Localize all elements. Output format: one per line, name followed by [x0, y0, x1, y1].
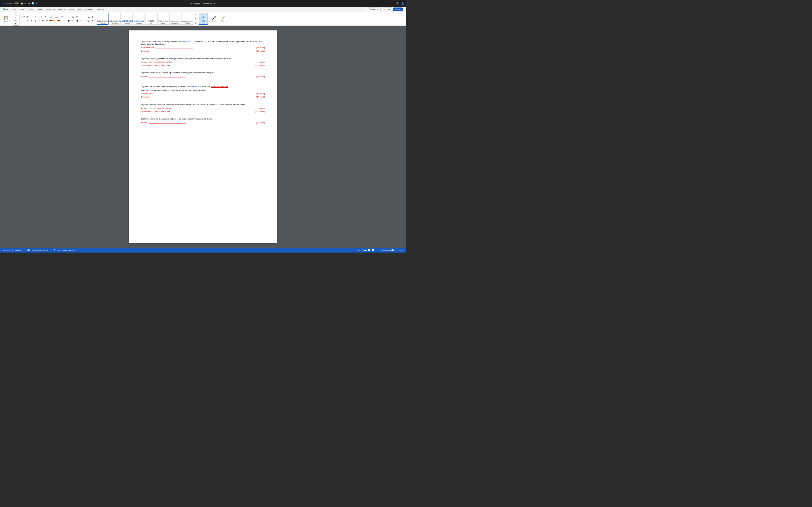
decrease-indent-button[interactable]: ←≡: [79, 15, 83, 18]
bold-button[interactable]: B: [26, 19, 29, 22]
more-styles-button[interactable]: ▲ ▼ ⊞: [193, 13, 198, 24]
focus-button[interactable]: Focus: [357, 249, 361, 251]
multilevel-list-button[interactable]: ⊟: [75, 15, 79, 18]
question-1b: 1b) Does it specify penalties for making…: [141, 57, 265, 60]
style-heading2[interactable]: AaBbCcDdE Heading 2: [133, 13, 145, 24]
mark-2b-words: (2 marks): [257, 107, 265, 110]
align-center-button[interactable]: ≡≡: [71, 19, 75, 22]
status-bar-right: Focus ▬ 📖 📄 − + 128%: [357, 249, 404, 251]
spelling-check-icon[interactable]: 📖: [27, 249, 30, 251]
font-size-selector[interactable]: 16 ▼: [38, 16, 43, 18]
language: English (United States): [32, 249, 48, 251]
tab-references[interactable]: References: [44, 7, 57, 11]
style-heading1[interactable]: AaBbCcDd Heading 1: [121, 13, 133, 24]
section-2c: 2c) Do you consider the statement above …: [141, 118, 265, 124]
show-formatting-button[interactable]: ¶: [91, 15, 94, 18]
save-icon[interactable]: 💾: [32, 2, 34, 5]
dictate-button[interactable]: 🎤 Dictate: [210, 13, 218, 24]
strikethrough-button[interactable]: S: [38, 19, 41, 22]
document-page[interactable]: 1a) Find and read the license agreement …: [129, 31, 277, 243]
sort-button[interactable]: ↕A: [87, 15, 90, 18]
mark-2b-screenshot: (1.5 marks): [255, 110, 265, 113]
copy-button[interactable]: ⎘Copy: [13, 16, 18, 21]
tab-draw[interactable]: Draw: [18, 7, 26, 11]
tab-view[interactable]: View: [76, 7, 84, 11]
shading-button[interactable]: 🔲: [87, 19, 90, 22]
section-1a: 1a) Find and read the license agreement …: [141, 40, 265, 52]
borders-button[interactable]: ⊞: [91, 19, 94, 22]
status-bar: Page 1 of 1 188 words 📖 English (United …: [0, 248, 406, 252]
bullets-button[interactable]: ≡•: [67, 15, 71, 18]
editor-button[interactable]: 📝 Editor: [218, 13, 227, 24]
view-print-icon[interactable]: 📄: [372, 249, 374, 251]
numbering-button[interactable]: 1.: [71, 15, 75, 18]
home-icon[interactable]: 🏠: [20, 2, 23, 5]
tab-home[interactable]: Home: [1, 7, 10, 11]
answer-2b-words: Answer: USE YOUR WON WORDS______________…: [141, 107, 265, 110]
style-emphasis[interactable]: AaBbCcDdEe Emphasis: [182, 13, 193, 24]
style-normal[interactable]: AaBbCcDdEe Normal: [97, 13, 108, 24]
zoom-slider[interactable]: [380, 249, 395, 250]
mark-2a-describe: (0.5 mark): [256, 96, 265, 98]
decrease-font-size[interactable]: A↓: [49, 15, 54, 18]
comments-button[interactable]: 💬 Comments: [367, 7, 380, 11]
tab-insert[interactable]: Insert: [10, 7, 18, 11]
superscript-button[interactable]: x²: [45, 19, 49, 22]
zoom-level: 128%: [399, 249, 404, 251]
answer-1b-screenshot: Screenshot to support your answer: (1.5 …: [141, 64, 265, 67]
styles-pane-button[interactable]: 𝔸 StylesPane: [199, 13, 208, 24]
underline-button[interactable]: U: [34, 19, 37, 22]
link-videos[interactable]: videos or audio files: [211, 86, 228, 88]
link-software-product[interactable]: software product: [180, 40, 195, 43]
zoom-out-button[interactable]: −: [378, 249, 379, 251]
style-no-spacing[interactable]: AaBbCcDdEe No Spacing: [109, 13, 120, 24]
styles-list: AaBbCcDdEe Normal AaBbCcDdEe No Spacing …: [97, 13, 198, 24]
more-options[interactable]: ...: [39, 2, 41, 5]
style-title[interactable]: AaBb( Title: [145, 13, 157, 24]
font-color-button[interactable]: A: [49, 19, 52, 22]
increase-indent-button[interactable]: →≡: [83, 15, 86, 18]
clear-formatting-button[interactable]: A✕: [59, 15, 64, 18]
subscript-button[interactable]: x₂: [41, 19, 45, 22]
view-read-icon[interactable]: 📖: [368, 249, 370, 251]
tab-design[interactable]: Design: [26, 7, 35, 11]
highlight-color-button[interactable]: A: [53, 19, 56, 22]
question-2a-sub: Give the name and Web address of the sit…: [141, 89, 265, 92]
tab-review[interactable]: Review: [67, 7, 76, 11]
tab-mailings[interactable]: Mailings: [57, 7, 67, 11]
align-right-button[interactable]: ≡⬤: [75, 19, 79, 22]
line-spacing-button[interactable]: ↕: [83, 19, 86, 22]
undo-icon[interactable]: ↩: [24, 2, 27, 5]
document-area: 1a) Find and read the license agreement …: [0, 25, 406, 248]
mark-2a-name: (0.5 mark): [256, 93, 265, 95]
header-actions: 💬 Comments ✏️ Editing ↗ Share: [367, 7, 405, 11]
zoom-in-button[interactable]: +: [397, 249, 398, 251]
link-website[interactable]: website: [191, 86, 197, 88]
tab-layout[interactable]: Layout: [35, 7, 44, 11]
redo-icon[interactable]: ↪: [28, 2, 30, 5]
view-normal-icon[interactable]: ▬: [364, 249, 366, 251]
style-subtitle[interactable]: AaBbCcDdE Subtitle: [157, 13, 169, 24]
format-painter-button[interactable]: 🖌Format: [13, 22, 18, 27]
tab-developer[interactable]: Developer: [84, 7, 95, 11]
accessibility-icon[interactable]: ♿: [53, 249, 56, 251]
share-button[interactable]: ↗ Share: [393, 7, 403, 11]
editing-button[interactable]: ✏️ Editing: [382, 7, 392, 11]
increase-font-size[interactable]: A↑: [44, 15, 48, 18]
tab-new-tab[interactable]: New Tab: [95, 7, 106, 11]
cut-button[interactable]: ✂Cut: [13, 11, 18, 16]
search-icon[interactable]: 🔍: [396, 2, 399, 5]
justify-button[interactable]: ≡≡≡: [79, 19, 83, 22]
style-subtle-emph[interactable]: AaBbCcDdEe Subtle Emph...: [169, 13, 181, 24]
autosave-toggle[interactable]: OFF: [14, 2, 19, 4]
align-left-button[interactable]: ⬤≡: [67, 19, 71, 22]
profile-icon[interactable]: 👤: [401, 2, 404, 5]
print-icon[interactable]: 🖨: [36, 2, 38, 5]
text-color-button[interactable]: A: [57, 19, 60, 22]
change-case-button[interactable]: Aa: [54, 15, 59, 18]
font-family-selector[interactable]: Calibri (Bo... ▼: [21, 16, 37, 18]
word-icon: W: [2, 2, 4, 5]
italic-button[interactable]: I: [30, 19, 33, 22]
paste-button[interactable]: 📋 Paste: [2, 13, 10, 24]
section-2b: 2b) What does its statement say about po…: [141, 103, 265, 113]
